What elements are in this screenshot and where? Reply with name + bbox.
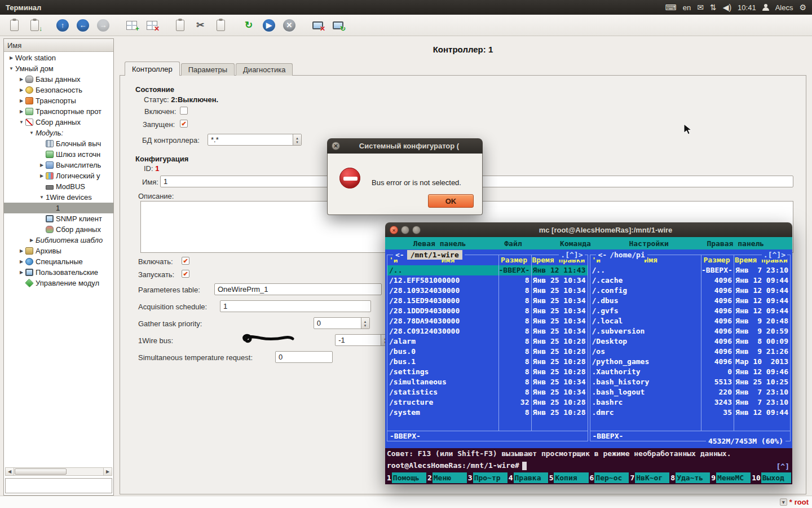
mc-file-row[interactable]: .bashrc3243Янв 7 23:10 bbox=[590, 397, 791, 408]
size-column-header[interactable]: Размер bbox=[498, 255, 531, 265]
mc-file-row[interactable]: /statistics8Янв 25 10:34 bbox=[387, 387, 588, 397]
fkey-7[interactable]: 7НвК~ог bbox=[629, 472, 669, 483]
mc-file-row[interactable]: .bash_logout220Янв 7 23:10 bbox=[590, 387, 791, 397]
tree-item-2[interactable]: ▶Базы данных bbox=[4, 74, 113, 85]
mc-menu-item[interactable]: Файл bbox=[504, 239, 522, 248]
mc-file-row[interactable]: /.gvfs4096Янв 12 09:44 bbox=[590, 306, 791, 316]
fkey-6[interactable]: 6Пер~ос bbox=[589, 472, 629, 483]
expand-arrow-icon[interactable]: ▶ bbox=[17, 87, 25, 93]
tree-filter-input[interactable] bbox=[5, 478, 112, 493]
tab-controller[interactable]: Контроллер bbox=[125, 62, 180, 76]
expand-arrow-icon[interactable]: ▶ bbox=[7, 55, 15, 60]
panel-corner-buttons[interactable]: .[^]> bbox=[762, 250, 787, 260]
scroll-left-icon[interactable]: ◀ bbox=[6, 468, 14, 475]
mc-menu-item[interactable]: Настройки bbox=[629, 239, 668, 248]
stop-button[interactable]: ✕ bbox=[280, 17, 299, 34]
onewire-bus-spinner[interactable] bbox=[335, 334, 390, 346]
mc-file-row[interactable]: /simultaneous8Янв 25 10:34 bbox=[387, 377, 588, 387]
tree-item-15[interactable]: SNMP клиент bbox=[4, 213, 113, 224]
keyboard-icon[interactable]: ⌨ bbox=[665, 3, 677, 11]
session-gear-icon[interactable]: ⚙ bbox=[799, 3, 806, 11]
mc-file-row[interactable]: /bus.18Янв 25 10:28 bbox=[387, 357, 588, 367]
mc-file-row[interactable]: /bus.08Янв 25 10:28 bbox=[387, 347, 588, 357]
mc-file-row[interactable]: /os4096Янв 9 21:26 bbox=[590, 347, 791, 357]
mc-file-row[interactable]: .bash_history5513Янв 25 10:25 bbox=[590, 377, 791, 387]
mc-menu-item[interactable]: Левая панель bbox=[413, 239, 466, 248]
mc-file-row[interactable]: /28.C091240300008Янв 25 10:34 bbox=[387, 326, 588, 336]
tree-item-17[interactable]: ▶Библиотека шабло bbox=[4, 235, 113, 246]
horizontal-scrollbar[interactable]: ◀ ▶ bbox=[5, 467, 112, 476]
enable-checkbox[interactable] bbox=[182, 257, 189, 265]
panel-corner-buttons[interactable]: .[^]> bbox=[559, 250, 584, 260]
navigate-back-button[interactable]: ← bbox=[73, 17, 92, 34]
collapse-arrow-icon[interactable]: ▼ bbox=[28, 130, 36, 135]
mc-file-row[interactable]: /.config4096Янв 12 09:44 bbox=[590, 286, 791, 296]
collapse-arrow-icon[interactable]: ▼ bbox=[17, 120, 25, 125]
mc-file-row[interactable]: /system8Янв 25 10:28 bbox=[387, 408, 588, 418]
tree-item-20[interactable]: ▶Пользовательские bbox=[4, 267, 113, 278]
mc-file-row[interactable]: /28.1093240300008Янв 25 10:34 bbox=[387, 286, 588, 296]
paste-button[interactable] bbox=[5, 17, 24, 34]
minimize-icon[interactable] bbox=[401, 226, 409, 234]
user-menu[interactable]: Alecs bbox=[775, 3, 793, 12]
tree-item-6[interactable]: ▼Сбор данных bbox=[4, 117, 113, 128]
tab-diagnostics[interactable]: Диагностика bbox=[236, 63, 293, 76]
acquisition-schedule-input[interactable] bbox=[220, 300, 371, 312]
tree-item-18[interactable]: ▶Архивы bbox=[4, 246, 113, 256]
tree-item-21[interactable]: Управление модул bbox=[4, 278, 113, 288]
mc-file-row[interactable]: /..-ВВЕРХ-Янв 12 11:43 bbox=[387, 265, 588, 275]
tree-item-9[interactable]: Шлюз источн bbox=[4, 149, 113, 160]
parameters-table-input[interactable] bbox=[214, 283, 382, 295]
tree-item-0[interactable]: ▶Work station bbox=[4, 52, 113, 63]
shell-prompt[interactable]: root@AlecsHomeRas:/mnt/1-wire# [^] bbox=[385, 459, 792, 471]
spinner-icon[interactable] bbox=[293, 134, 301, 145]
left-panel-path[interactable]: /mnt/1-wire bbox=[407, 250, 462, 260]
start-checkbox[interactable] bbox=[182, 270, 189, 278]
fkey-10[interactable]: 10Выход bbox=[751, 472, 791, 483]
reconnect-button[interactable]: ↻ bbox=[328, 17, 347, 34]
tree-item-13[interactable]: ▼1Wire devices bbox=[4, 192, 113, 203]
fkey-8[interactable]: 8Уда~ть bbox=[670, 472, 710, 483]
mc-file-row[interactable]: /python_games4096Мар 10 2013 bbox=[590, 357, 791, 367]
spinner-icon[interactable] bbox=[361, 318, 369, 329]
disconnect-button[interactable]: ✕ bbox=[308, 17, 327, 34]
history-button[interactable]: [^] bbox=[776, 461, 789, 472]
paste-special-button[interactable]: ↓ bbox=[25, 17, 44, 34]
tree-item-16[interactable]: Сбор данных bbox=[4, 224, 113, 235]
mc-menu-item[interactable]: Правая панель bbox=[707, 239, 764, 248]
simultaneous-request-input[interactable] bbox=[275, 351, 333, 363]
refresh-button[interactable]: ↻ bbox=[239, 17, 258, 34]
fkey-1[interactable]: 1Помощь bbox=[386, 472, 426, 483]
expand-arrow-icon[interactable]: ▶ bbox=[28, 238, 36, 243]
tree-column-header[interactable]: Имя bbox=[4, 39, 113, 52]
tree-item-11[interactable]: ▶Логический у bbox=[4, 170, 113, 181]
ok-button[interactable]: OK bbox=[428, 194, 474, 208]
gather-priority-spinner[interactable] bbox=[314, 317, 370, 329]
mc-file-row[interactable]: .Xauthority0Янв 12 09:46 bbox=[590, 367, 791, 377]
mc-file-row[interactable]: /.cache4096Янв 12 09:44 bbox=[590, 275, 791, 286]
mc-file-row[interactable]: /.subversion4096Янв 9 20:59 bbox=[590, 326, 791, 336]
collapse-arrow-icon[interactable]: ▼ bbox=[38, 195, 46, 200]
expand-arrow-icon[interactable]: ▶ bbox=[17, 98, 25, 103]
fkey-5[interactable]: 5Копия bbox=[549, 472, 589, 483]
paste-page-button[interactable] bbox=[211, 17, 230, 34]
chevron-down-icon[interactable]: ▾ bbox=[780, 498, 787, 506]
fkey-2[interactable]: 2Меню bbox=[427, 472, 467, 483]
mc-file-row[interactable]: /12.EFF5810000008Янв 25 10:34 bbox=[387, 275, 588, 286]
expand-arrow-icon[interactable]: ▶ bbox=[17, 248, 25, 253]
tree-item-12[interactable]: ModBUS bbox=[4, 181, 113, 192]
size-column-header[interactable]: Размер bbox=[701, 255, 734, 265]
mc-file-row[interactable]: /28.78DA940300008Янв 25 10:34 bbox=[387, 316, 588, 326]
collapse-arrow-icon[interactable]: ▼ bbox=[7, 66, 15, 71]
delete-record-button[interactable]: ✕ bbox=[142, 17, 161, 34]
enabled-checkbox[interactable] bbox=[180, 107, 188, 115]
tree-item-4[interactable]: ▶Транспорты bbox=[4, 95, 113, 106]
expand-arrow-icon[interactable]: ▶ bbox=[38, 173, 46, 178]
mc-file-row[interactable]: .dmrc35Янв 12 09:44 bbox=[590, 408, 791, 418]
close-icon[interactable]: ✕ bbox=[390, 226, 398, 234]
dialog-titlebar[interactable]: ✕ Системный конфигуратор ( bbox=[327, 138, 483, 154]
expand-arrow-icon[interactable]: ▶ bbox=[17, 77, 25, 82]
mc-file-row[interactable]: /..-ВВЕРХ-Янв 7 23:10 bbox=[590, 265, 791, 275]
mc-file-row[interactable]: /28.15ED940300008Янв 25 10:34 bbox=[387, 296, 588, 306]
mc-file-row[interactable]: /alarm8Янв 25 10:28 bbox=[387, 336, 588, 347]
